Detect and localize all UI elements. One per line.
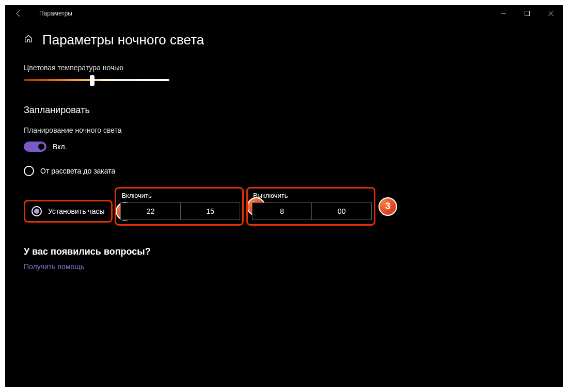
page-header: Параметры ночного света — [24, 32, 544, 48]
color-temp-label: Цветовая температура ночью — [24, 64, 544, 72]
settings-window: Параметры Параметры ночного света Цветов… — [5, 5, 563, 387]
close-button[interactable] — [539, 5, 563, 22]
turn-off-minute[interactable]: 00 — [312, 203, 371, 219]
minimize-button[interactable] — [492, 5, 515, 22]
window-controls — [492, 5, 563, 22]
radio-sunrise-sunset[interactable]: От рассвета до заката — [24, 165, 544, 177]
radio-label: Установить часы — [48, 207, 105, 215]
slider-thumb[interactable] — [90, 75, 94, 86]
highlight-turn-off: Выключить 8 00 3 — [246, 187, 375, 226]
svg-rect-1 — [525, 11, 530, 16]
turn-on-minute[interactable]: 15 — [181, 203, 240, 219]
help-link[interactable]: Получить помощь — [24, 262, 544, 271]
schedule-toggle-row: Вкл. — [24, 142, 544, 152]
slider-track — [24, 79, 169, 81]
toggle-knob — [38, 144, 44, 150]
radio-icon — [31, 206, 42, 216]
highlight-turn-on: Включить 22 15 2 — [115, 187, 244, 226]
app-title: Параметры — [39, 10, 72, 17]
schedule-heading: Запланировать — [24, 105, 544, 116]
radio-icon — [24, 166, 34, 176]
schedule-toggle[interactable] — [24, 142, 46, 152]
home-icon[interactable] — [24, 34, 33, 46]
turn-off-hour[interactable]: 8 — [253, 203, 312, 219]
turn-off-time-picker[interactable]: 8 00 — [252, 202, 372, 220]
page-title: Параметры ночного света — [42, 32, 204, 48]
radio-set-hours[interactable]: Установить часы — [31, 206, 105, 217]
radio-label: От рассвета до заката — [40, 167, 115, 175]
highlight-set-hours: Установить часы 1 — [24, 200, 113, 223]
maximize-button[interactable] — [515, 5, 539, 22]
help-heading: У вас появились вопросы? — [24, 246, 544, 257]
turn-on-label: Включить — [120, 192, 238, 199]
back-button[interactable] — [10, 5, 27, 22]
schedule-toggle-label: Планирование ночного света — [24, 126, 544, 134]
color-temp-slider[interactable] — [24, 79, 169, 81]
turn-on-hour[interactable]: 22 — [121, 203, 181, 219]
radio-checked-icon — [34, 209, 39, 214]
turn-on-time-picker[interactable]: 22 15 — [120, 202, 240, 220]
toggle-state-label: Вкл. — [53, 143, 67, 151]
annotation-badge-3: 3 — [378, 197, 397, 216]
turn-off-label: Выключить — [252, 192, 370, 199]
titlebar: Параметры — [5, 5, 563, 22]
content: Параметры ночного света Цветовая темпера… — [5, 22, 563, 281]
